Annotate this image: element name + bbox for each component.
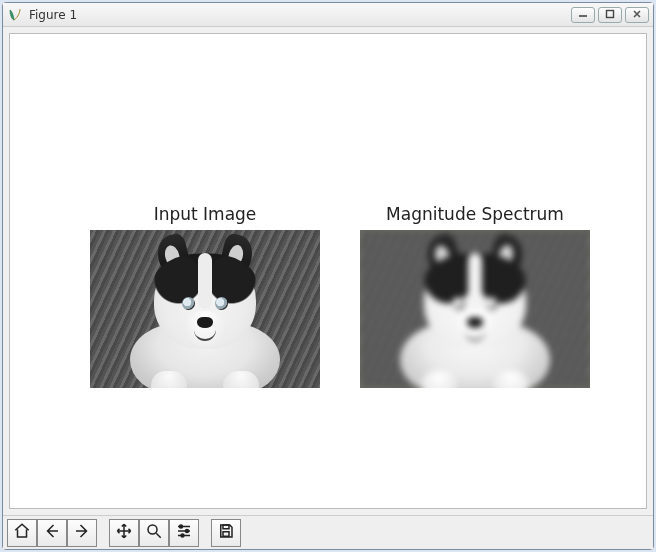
- home-button[interactable]: [7, 519, 37, 547]
- zoom-icon: [145, 522, 163, 544]
- input-image: [90, 230, 320, 388]
- home-icon: [13, 522, 31, 544]
- minimize-icon: [578, 9, 588, 21]
- sliders-icon: [175, 522, 193, 544]
- python-tk-icon: [7, 7, 23, 23]
- figure-window: Figure 1 Input Image: [2, 2, 654, 550]
- save-button[interactable]: [211, 519, 241, 547]
- save-icon: [217, 522, 235, 544]
- svg-rect-6: [223, 525, 229, 529]
- maximize-button[interactable]: [598, 7, 622, 23]
- arrow-right-icon: [73, 522, 91, 544]
- close-button[interactable]: [625, 7, 649, 23]
- move-icon: [115, 522, 133, 544]
- subplot-title-left: Input Image: [90, 204, 320, 224]
- maximize-icon: [605, 9, 615, 21]
- svg-point-3: [180, 525, 183, 528]
- svg-rect-1: [607, 10, 614, 17]
- figure-canvas[interactable]: Input Image: [9, 33, 647, 509]
- arrow-left-icon: [43, 522, 61, 544]
- window-buttons: [571, 7, 649, 23]
- zoom-button[interactable]: [139, 519, 169, 547]
- back-button[interactable]: [37, 519, 67, 547]
- svg-point-5: [181, 534, 184, 537]
- svg-point-2: [148, 525, 157, 534]
- svg-rect-7: [223, 531, 229, 536]
- subplot-magnitude-spectrum: Magnitude Spectrum: [360, 204, 590, 388]
- window-title: Figure 1: [29, 8, 571, 22]
- close-icon: [632, 9, 642, 21]
- configure-subplots-button[interactable]: [169, 519, 199, 547]
- minimize-button[interactable]: [571, 7, 595, 23]
- figure-area: Input Image: [10, 34, 646, 508]
- magnitude-spectrum-image: [360, 230, 590, 388]
- svg-point-4: [186, 529, 189, 532]
- forward-button[interactable]: [67, 519, 97, 547]
- subplot-title-right: Magnitude Spectrum: [360, 204, 590, 224]
- titlebar[interactable]: Figure 1: [3, 3, 653, 27]
- navigation-toolbar: [3, 515, 653, 549]
- pan-button[interactable]: [109, 519, 139, 547]
- subplot-input-image: Input Image: [90, 204, 320, 388]
